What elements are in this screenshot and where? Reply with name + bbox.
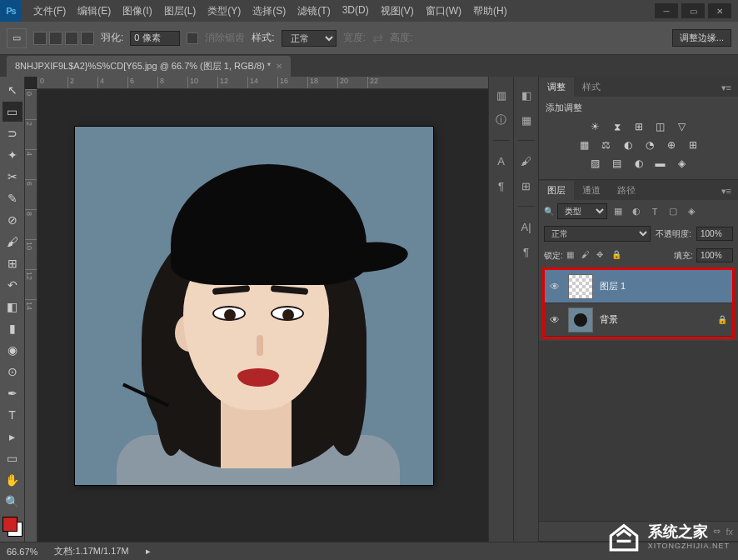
- menu-filter[interactable]: 滤镜(T): [292, 1, 335, 22]
- character-panel-icon[interactable]: A: [493, 152, 510, 169]
- dodge-tool-icon[interactable]: ⊙: [2, 362, 22, 382]
- layer-item[interactable]: 👁 背景 🔒: [545, 303, 732, 337]
- new-selection-icon[interactable]: [33, 32, 47, 45]
- move-tool-icon[interactable]: ↖: [2, 80, 22, 100]
- lock-position-icon[interactable]: ✥: [596, 250, 608, 262]
- menu-3d[interactable]: 3D(D): [337, 1, 374, 22]
- menu-edit[interactable]: 编辑(E): [72, 1, 116, 22]
- menu-view[interactable]: 视图(V): [376, 1, 419, 22]
- magic-wand-tool-icon[interactable]: ✦: [2, 145, 22, 165]
- zoom-tool-icon[interactable]: 🔍: [2, 492, 22, 512]
- marquee-tool-icon[interactable]: ▭: [2, 102, 22, 122]
- lock-all-icon[interactable]: 🔒: [611, 250, 623, 262]
- tab-adjustments[interactable]: 调整: [539, 78, 574, 97]
- vibrance-adjustment-icon[interactable]: ▽: [674, 119, 691, 134]
- threshold-adjustment-icon[interactable]: ◐: [631, 156, 647, 171]
- menu-layer[interactable]: 图层(L): [159, 1, 202, 22]
- brush-tool-icon[interactable]: 🖌: [2, 232, 22, 252]
- menu-file[interactable]: 文件(F): [28, 1, 71, 22]
- pen-tool-icon[interactable]: ✒: [2, 383, 22, 403]
- tab-channels[interactable]: 通道: [574, 181, 609, 200]
- tab-styles[interactable]: 样式: [574, 78, 609, 97]
- intersect-selection-icon[interactable]: [81, 32, 94, 45]
- brush-presets-panel-icon[interactable]: ⊞: [518, 178, 535, 194]
- add-selection-icon[interactable]: [49, 32, 62, 45]
- color-swatches[interactable]: [2, 517, 22, 537]
- filter-shape-icon[interactable]: ▢: [666, 204, 681, 219]
- layers-empty-area[interactable]: [539, 341, 738, 521]
- info-panel-icon[interactable]: ⓘ: [493, 112, 510, 128]
- filter-pixel-icon[interactable]: ▦: [611, 204, 626, 219]
- color-panel-icon[interactable]: ◧: [518, 87, 535, 103]
- tab-layers[interactable]: 图层: [539, 181, 574, 200]
- zoom-level[interactable]: 66.67%: [7, 547, 37, 557]
- healing-brush-tool-icon[interactable]: ⊘: [2, 210, 22, 230]
- hand-tool-icon[interactable]: ✋: [2, 470, 22, 490]
- invert-adjustment-icon[interactable]: ▨: [587, 156, 604, 171]
- foreground-color-swatch[interactable]: [2, 517, 17, 532]
- menu-window[interactable]: 窗口(W): [421, 1, 466, 22]
- swatches-panel-icon[interactable]: ▦: [518, 112, 535, 128]
- eraser-tool-icon[interactable]: ◧: [2, 297, 22, 317]
- crop-tool-icon[interactable]: ✂: [2, 167, 22, 187]
- color-lookup-adjustment-icon[interactable]: ⊞: [685, 138, 701, 152]
- layers-panel-menu-icon[interactable]: ▾≡: [715, 182, 738, 200]
- history-brush-tool-icon[interactable]: ↶: [2, 275, 22, 295]
- bw-adjustment-icon[interactable]: ◐: [620, 138, 636, 152]
- opacity-input[interactable]: [696, 227, 733, 241]
- paragraph-panel-icon[interactable]: ¶: [493, 178, 510, 194]
- layer-filter-select[interactable]: 类型: [557, 203, 607, 219]
- gradient-map-adjustment-icon[interactable]: ▬: [652, 156, 669, 171]
- tool-preset-icon[interactable]: ▭: [7, 28, 27, 48]
- visibility-toggle-icon[interactable]: 👁: [550, 314, 561, 326]
- blur-tool-icon[interactable]: ◉: [2, 340, 22, 360]
- subtract-selection-icon[interactable]: [65, 32, 78, 45]
- status-arrow-icon[interactable]: ▸: [146, 546, 151, 557]
- menu-help[interactable]: 帮助(H): [468, 1, 512, 22]
- maximize-button[interactable]: ▭: [681, 3, 705, 18]
- clone-stamp-tool-icon[interactable]: ⊞: [2, 253, 22, 273]
- layer-name-label[interactable]: 背景: [600, 313, 711, 326]
- exposure-adjustment-icon[interactable]: ◫: [652, 119, 669, 134]
- refine-edge-button[interactable]: 调整边缘...: [672, 29, 731, 47]
- history-panel-icon[interactable]: ▥: [493, 87, 510, 103]
- path-selection-tool-icon[interactable]: ▸: [2, 427, 22, 447]
- menu-type[interactable]: 类型(Y): [202, 1, 246, 22]
- lock-transparency-icon[interactable]: ▦: [566, 250, 578, 262]
- layer-item[interactable]: 👁 图层 1: [545, 270, 732, 303]
- antialias-checkbox[interactable]: [187, 32, 198, 44]
- layer-thumbnail[interactable]: [568, 274, 593, 299]
- canvas[interactable]: [75, 127, 433, 485]
- selective-color-adjustment-icon[interactable]: ◈: [674, 156, 691, 171]
- close-button[interactable]: ✕: [708, 3, 731, 18]
- style-select[interactable]: 正常: [282, 30, 337, 47]
- minimize-button[interactable]: ─: [655, 3, 678, 18]
- menu-select[interactable]: 选择(S): [247, 1, 291, 22]
- filter-adjustment-icon[interactable]: ◐: [629, 204, 644, 219]
- color-balance-adjustment-icon[interactable]: ⚖: [598, 138, 615, 152]
- gradient-tool-icon[interactable]: ▮: [2, 318, 22, 338]
- lasso-tool-icon[interactable]: ⊃: [2, 123, 22, 143]
- clone-source-panel-icon[interactable]: ¶: [518, 243, 535, 260]
- brightness-adjustment-icon[interactable]: ☀: [587, 119, 604, 134]
- document-tab[interactable]: 8NHJPXIF9L$A2}%S%CD[Y65.jpg @ 66.7% (图层 …: [7, 56, 291, 77]
- shape-tool-icon[interactable]: ▭: [2, 448, 22, 468]
- brush-panel-icon[interactable]: 🖌: [518, 152, 535, 169]
- layer-name-label[interactable]: 图层 1: [600, 280, 727, 292]
- type-tool-icon[interactable]: T: [2, 405, 22, 425]
- channel-mixer-adjustment-icon[interactable]: ⊕: [663, 138, 680, 152]
- fill-input[interactable]: [696, 248, 733, 262]
- photo-filter-adjustment-icon[interactable]: ◔: [641, 138, 658, 152]
- layer-thumbnail[interactable]: [568, 308, 593, 332]
- menu-image[interactable]: 图像(I): [117, 1, 157, 22]
- feather-input[interactable]: [130, 31, 180, 46]
- posterize-adjustment-icon[interactable]: ▤: [609, 156, 626, 171]
- hue-adjustment-icon[interactable]: ▦: [576, 138, 593, 152]
- curves-adjustment-icon[interactable]: ⊞: [631, 119, 647, 134]
- levels-adjustment-icon[interactable]: ⧗: [609, 119, 626, 134]
- blend-mode-select[interactable]: 正常: [544, 226, 651, 242]
- filter-smart-icon[interactable]: ◈: [684, 204, 699, 219]
- eyedropper-tool-icon[interactable]: ✎: [2, 188, 22, 208]
- lock-pixels-icon[interactable]: 🖌: [581, 250, 593, 262]
- tab-paths[interactable]: 路径: [609, 181, 644, 200]
